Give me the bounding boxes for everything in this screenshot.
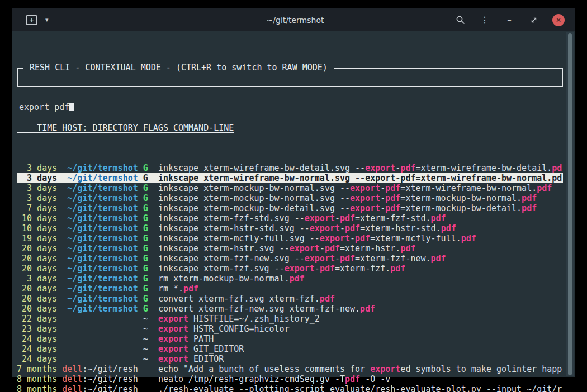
cmd-pad bbox=[148, 233, 158, 243]
dir-pad bbox=[57, 314, 138, 324]
search-input[interactable]: export pdf bbox=[18, 99, 562, 112]
time-cell: 19 days bbox=[17, 233, 57, 243]
table-row[interactable]: 3 days ~/git/termshot G inkscape xterm-w… bbox=[17, 173, 563, 183]
cmd-part: =xterm-fzf. bbox=[335, 264, 390, 274]
cmd-part: - bbox=[350, 233, 355, 243]
cmd-part: =xterm-wireframe-bw-normal. bbox=[415, 173, 552, 183]
table-row[interactable]: 10 days ~/git/termshot G inkscape xterm-… bbox=[17, 213, 563, 223]
cmd-pad bbox=[148, 173, 158, 183]
dir-cell: ~/git/termshot bbox=[67, 173, 138, 183]
table-row[interactable]: 23 days ~ export HSTR_CONFIG=hicolor bbox=[17, 324, 563, 334]
cmd-pad bbox=[148, 344, 158, 354]
time-cell: 23 days bbox=[17, 324, 57, 334]
table-row[interactable]: 7 months dell:~/git/resh echo "Add a bun… bbox=[17, 364, 563, 374]
cmd-pad bbox=[148, 163, 158, 173]
flag-pad bbox=[138, 374, 143, 384]
chevron-down-icon[interactable]: ▾ bbox=[45, 16, 49, 23]
cmd-part: inkscape xterm-wireframe-bw-normal.svg -… bbox=[158, 173, 365, 183]
cmd-pad bbox=[148, 223, 158, 233]
cmd-part: export bbox=[305, 254, 335, 264]
cmd-part: pdf bbox=[320, 264, 335, 274]
cmd-part: - bbox=[335, 213, 340, 223]
flag-pad bbox=[138, 314, 143, 324]
cmd-part: rm *. bbox=[158, 284, 183, 294]
cmd-pad bbox=[148, 254, 158, 264]
flag-pad bbox=[138, 254, 143, 264]
resh-search-panel[interactable]: RESH CLI - CONTEXTUAL MODE - (CTRL+R to … bbox=[17, 68, 563, 87]
cmd-pad bbox=[148, 274, 158, 284]
cmd-part: pdf bbox=[537, 183, 552, 193]
cmd-part: =xterm-fzf-std. bbox=[355, 213, 430, 223]
cmd-part: pdf bbox=[441, 223, 456, 233]
cmd-part: export bbox=[158, 314, 188, 324]
table-row[interactable]: 10 days ~/git/termshot G inkscape xterm-… bbox=[17, 223, 563, 233]
table-row[interactable]: 7 days ~/git/termshot G inkscape xterm-m… bbox=[17, 203, 563, 213]
menu-kebab-icon[interactable]: ⋮ bbox=[479, 14, 491, 26]
table-row[interactable]: 20 days ~/git/termshot G inkscape xterm-… bbox=[17, 254, 563, 264]
cmd-pad bbox=[148, 334, 158, 344]
cmd-part: pdf bbox=[522, 193, 537, 203]
search-icon[interactable] bbox=[454, 14, 466, 26]
time-cell: 20 days bbox=[17, 264, 57, 274]
cmd-part: =xterm-mockup-bw-normal. bbox=[400, 193, 522, 203]
table-row[interactable]: 8 months dell:~/git/resh ./resh-evaluate… bbox=[17, 384, 563, 392]
cmd-part: convert xterm-fzf.svg xterm-fzf. bbox=[158, 294, 320, 304]
cmd-pad bbox=[148, 314, 158, 324]
dir-cell: ~/git/termshot bbox=[67, 233, 138, 243]
flag-pad bbox=[138, 193, 143, 203]
new-tab-icon[interactable]: + bbox=[26, 15, 37, 25]
terminal-body: RESH CLI - CONTEXTUAL MODE - (CTRL+R to … bbox=[12, 31, 575, 377]
dir-pad bbox=[57, 284, 67, 294]
cmd-part: pdf bbox=[400, 243, 415, 254]
dir-pad bbox=[57, 233, 67, 243]
flag-cell: G bbox=[143, 183, 148, 193]
table-row[interactable]: 8 months dell:~/git/resh neato /tmp/resh… bbox=[17, 374, 563, 384]
cmd-part: inkscape xterm-wireframe-bw-detail.svg -… bbox=[158, 163, 365, 173]
dir-cell: ~/git/termshot bbox=[67, 223, 138, 233]
cmd-part: inkscape xterm-mockup-bw-normal.svg -- bbox=[158, 183, 350, 193]
cmd-part: - bbox=[340, 223, 345, 233]
table-row[interactable]: 20 days ~/git/termshot G inkscape xterm-… bbox=[17, 243, 563, 254]
scrollbar-thumb[interactable] bbox=[568, 33, 572, 375]
cmd-pad bbox=[148, 193, 158, 203]
flag-pad bbox=[138, 223, 143, 233]
cmd-part: inkscape xterm-hstr.svg -- bbox=[158, 243, 290, 254]
table-row[interactable]: 24 days ~ export PATH bbox=[17, 334, 563, 344]
cmd-part: export bbox=[320, 233, 350, 243]
time-cell: 3 days bbox=[17, 163, 57, 173]
cmd-part: - bbox=[395, 163, 400, 173]
dir-pad bbox=[57, 354, 138, 364]
table-row[interactable]: 3 days ~/git/termshot G inkscape xterm-m… bbox=[17, 193, 563, 203]
table-row[interactable]: 3 days ~/git/termshot G rm xterm-mockup-… bbox=[17, 274, 563, 284]
minimize-icon[interactable]: – bbox=[503, 14, 515, 26]
table-row[interactable]: 24 days ~ export EDITOR bbox=[17, 354, 563, 364]
dir-cell: dell bbox=[62, 384, 82, 392]
table-row[interactable]: 20 days ~/git/termshot G convert xterm-f… bbox=[17, 294, 563, 304]
cmd-part: PATH bbox=[188, 334, 214, 344]
table-row[interactable]: 3 days ~/git/termshot G inkscape xterm-w… bbox=[17, 163, 563, 173]
dir-pad bbox=[57, 213, 67, 223]
table-row[interactable]: 24 days ~ export GIT_EDITOR bbox=[17, 344, 563, 354]
cmd-part: -O -v bbox=[360, 374, 390, 384]
time-cell: 7 months bbox=[17, 364, 57, 374]
table-row[interactable]: 3 days ~/git/termshot G inkscape xterm-m… bbox=[17, 183, 563, 193]
flag-cell: ~ bbox=[143, 314, 148, 324]
table-row[interactable]: 20 days ~/git/termshot G rm *.pdf bbox=[17, 284, 563, 294]
table-row[interactable]: 20 days ~/git/termshot G inkscape xterm-… bbox=[17, 264, 563, 274]
cmd-part: rm xterm-mockup-bw-normal. bbox=[158, 274, 290, 284]
close-icon[interactable]: ✕ bbox=[552, 14, 565, 26]
cmd-pad bbox=[148, 384, 158, 392]
dir-cell: ~/git/termshot bbox=[67, 213, 138, 223]
dir-pad bbox=[57, 254, 67, 264]
table-row[interactable]: 19 days ~/git/termshot G inkscape xterm-… bbox=[17, 233, 563, 243]
table-row[interactable]: 22 days ~ export HISTFILE=~/.zsh_history… bbox=[17, 314, 563, 324]
cmd-part: export bbox=[365, 173, 395, 183]
table-row[interactable]: 20 days ~/git/termshot G convert xterm-f… bbox=[17, 304, 563, 314]
history-rows: 3 days ~/git/termshot G inkscape xterm-w… bbox=[17, 163, 575, 392]
restore-icon[interactable] bbox=[528, 14, 540, 26]
cmd-part: - bbox=[315, 264, 320, 274]
dir-cell: dell bbox=[62, 364, 82, 374]
cmd-part: pdf bbox=[400, 173, 415, 183]
text-cursor bbox=[69, 103, 74, 111]
cmd-part: - bbox=[380, 183, 385, 193]
